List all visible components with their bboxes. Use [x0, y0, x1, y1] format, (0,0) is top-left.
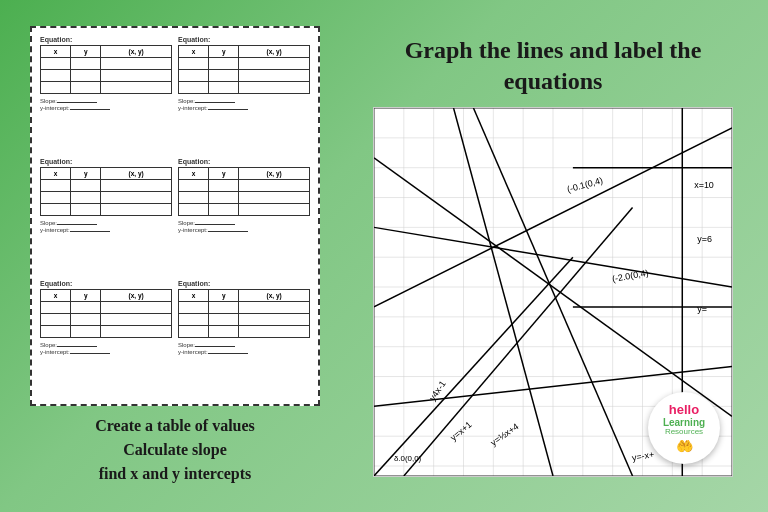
eq-table-6: x y (x, y)	[178, 289, 310, 338]
col-y-4: y	[209, 168, 239, 180]
left-panel: Equation: x y (x, y) Slope: y-interc	[20, 26, 330, 486]
slope-label-2: Slope:	[178, 98, 310, 104]
right-panel: Graph the lines and label the equations	[358, 35, 748, 477]
slope-label-6: Slope:	[178, 342, 310, 348]
eq-label-2: Equation:	[178, 36, 310, 43]
intercept-label-4: y-intercept:	[178, 227, 310, 233]
slope-label-4: Slope:	[178, 220, 310, 226]
graph-eq-label-4: y=6	[697, 234, 712, 244]
graph-eq-label-10: δ.0(0,0)	[394, 454, 422, 463]
resources-text: Resources	[665, 428, 703, 437]
col-x-4: x	[179, 168, 209, 180]
worksheet: Equation: x y (x, y) Slope: y-interc	[30, 26, 320, 406]
slope-intercept-4: Slope: y-intercept:	[178, 220, 310, 233]
equation-box-4: Equation: x y (x, y) Slope: y-interc	[178, 158, 310, 274]
eq-table-2: x y (x, y)	[178, 45, 310, 94]
graph-eq-label-3: x=10	[694, 180, 714, 190]
col-xy-5: (x, y)	[101, 290, 172, 302]
eq-table-1: x y (x, y)	[40, 45, 172, 94]
col-xy-6: (x, y)	[239, 290, 310, 302]
caption-line-1: Create a table of values	[95, 414, 255, 438]
eq-label-1: Equation:	[40, 36, 172, 43]
hello-learning-badge: hello Learning Resources 🤲	[648, 392, 720, 464]
col-y-5: y	[71, 290, 101, 302]
col-y-3: y	[71, 168, 101, 180]
col-x-1: x	[41, 46, 71, 58]
slope-intercept-5: Slope: y-intercept:	[40, 342, 172, 355]
col-y-2: y	[209, 46, 239, 58]
intercept-label-2: y-intercept:	[178, 105, 310, 111]
col-x-3: x	[41, 168, 71, 180]
graph-title-line1: Graph the lines and label the	[405, 37, 702, 63]
graph-container: (-0.1(0,4) (-2.0(0,4) x=10 y=6 y= y4x-1 …	[373, 107, 733, 477]
eq-label-6: Equation:	[178, 280, 310, 287]
slope-label-5: Slope:	[40, 342, 172, 348]
col-xy-2: (x, y)	[239, 46, 310, 58]
equation-box-2: Equation: x y (x, y) Slope: y-interc	[178, 36, 310, 152]
col-xy-3: (x, y)	[101, 168, 172, 180]
slope-label-1: Slope:	[40, 98, 172, 104]
graph-eq-label-5: y=	[697, 304, 707, 314]
equation-box-3: Equation: x y (x, y) Slope: y-interc	[40, 158, 172, 274]
hello-text: hello	[669, 403, 699, 417]
badge-icon: 🤲	[676, 438, 693, 454]
equation-box-1: Equation: x y (x, y) Slope: y-interc	[40, 36, 172, 152]
col-x-2: x	[179, 46, 209, 58]
col-x-6: x	[179, 290, 209, 302]
slope-intercept-2: Slope: y-intercept:	[178, 98, 310, 111]
eq-table-4: x y (x, y)	[178, 167, 310, 216]
caption-line-3: find x and y intercepts	[95, 462, 255, 486]
caption-line-2: Calculate slope	[95, 438, 255, 462]
slope-intercept-3: Slope: y-intercept:	[40, 220, 172, 233]
eq-label-5: Equation:	[40, 280, 172, 287]
graph-title-line2: equations	[504, 68, 603, 94]
eq-label-3: Equation:	[40, 158, 172, 165]
intercept-label-1: y-intercept:	[40, 105, 172, 111]
col-y-6: y	[209, 290, 239, 302]
col-y-1: y	[71, 46, 101, 58]
intercept-label-3: y-intercept:	[40, 227, 172, 233]
slope-label-3: Slope:	[40, 220, 172, 226]
eq-table-3: x y (x, y)	[40, 167, 172, 216]
slope-intercept-1: Slope: y-intercept:	[40, 98, 172, 111]
intercept-label-6: y-intercept:	[178, 349, 310, 355]
intercept-label-5: y-intercept:	[40, 349, 172, 355]
equation-box-6: Equation: x y (x, y) Slope: y-interc	[178, 280, 310, 396]
col-x-5: x	[41, 290, 71, 302]
eq-table-5: x y (x, y)	[40, 289, 172, 338]
equation-box-5: Equation: x y (x, y) Slope: y-interc	[40, 280, 172, 396]
slope-intercept-6: Slope: y-intercept:	[178, 342, 310, 355]
graph-title: Graph the lines and label the equations	[405, 35, 702, 97]
eq-label-4: Equation:	[178, 158, 310, 165]
col-xy-4: (x, y)	[239, 168, 310, 180]
col-xy-1: (x, y)	[101, 46, 172, 58]
caption: Create a table of values Calculate slope…	[95, 414, 255, 486]
